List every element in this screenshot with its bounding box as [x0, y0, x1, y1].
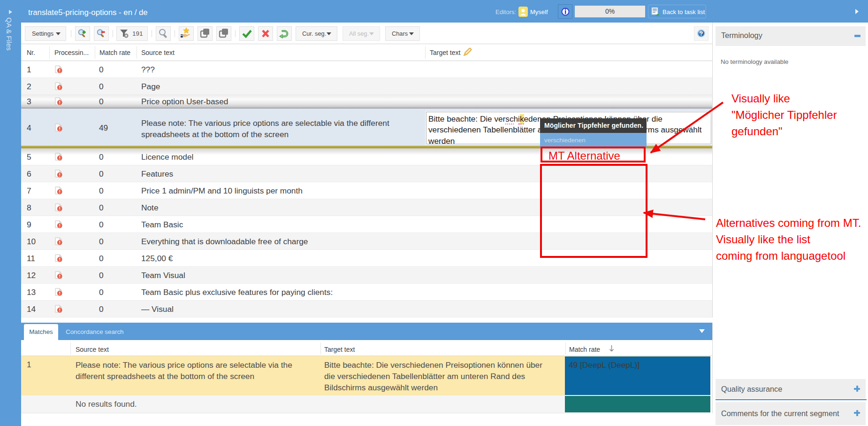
svg-text:?: ?: [700, 31, 703, 37]
